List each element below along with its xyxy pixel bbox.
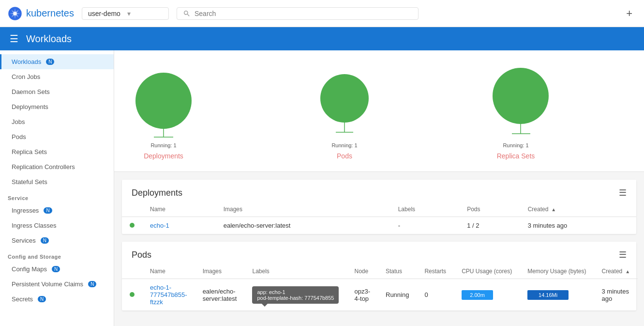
replica-sets-chart-title: Replica Sets — [497, 152, 535, 160]
pod-created: 3 minutes ago — [602, 288, 629, 302]
replica-sets-circle — [482, 62, 550, 140]
service-section-label: Service — [0, 189, 114, 203]
sidebar-item-workloads[interactable]: Workloads N — [0, 54, 114, 69]
sidebar-item-replica-sets[interactable]: Replica Sets — [0, 144, 114, 159]
pvc-label: Persistent Volume Claims — [12, 280, 83, 288]
pod-node: opz3-4-top — [354, 288, 370, 302]
th-status — [122, 202, 142, 217]
deployments-chart-title: Deployments — [144, 152, 183, 160]
charts-section: Running: 1 Deployments Running: 1 Pods — [114, 50, 644, 172]
th-pod-images: Images — [195, 264, 245, 279]
th-pod-labels: Labels — [244, 264, 346, 279]
th-pods: Pods — [459, 202, 520, 217]
deployments-filter-icon[interactable]: ☰ — [619, 187, 627, 198]
topbar: kubernetes user-demo ▾ + — [0, 0, 644, 27]
kubernetes-logo-icon — [8, 6, 22, 21]
pod-image-cell: ealen/echo-server:latest — [195, 279, 245, 311]
namespace-selector[interactable]: user-demo ▾ — [82, 7, 169, 20]
pods-section-header: Pods ☰ — [122, 242, 636, 264]
config-maps-label: Config Maps — [12, 265, 47, 273]
deployment-name-link[interactable]: echo-1 — [150, 222, 169, 229]
pod-memory-cell: 14.16Mi — [520, 279, 594, 311]
label-line2: pod-template-hash: 777547b855 — [257, 295, 334, 301]
pod-name-link[interactable]: echo-1-777547b855-ftzzk — [150, 284, 187, 306]
svg-point-8 — [493, 68, 549, 124]
label-line1: app: echo-1 — [257, 289, 334, 295]
replica-sets-running-label: Running: 1 — [503, 142, 528, 148]
pods-section: Pods ☰ Name Images Labels Node Status Re… — [122, 242, 636, 310]
pods-section-title: Pods — [132, 250, 151, 260]
sidebar-item-pods[interactable]: Pods — [0, 129, 114, 144]
deployments-label: Deployments — [12, 103, 48, 110]
services-badge: N — [41, 237, 49, 244]
jobs-label: Jobs — [12, 118, 25, 125]
deployments-running-label: Running: 1 — [150, 142, 176, 148]
page-title: Workloads — [26, 33, 72, 45]
sidebar-item-secrets[interactable]: Secrets N — [0, 292, 114, 307]
deployment-pods-cell: 1 / 2 — [459, 217, 520, 234]
svg-point-5 — [320, 74, 369, 123]
th-created[interactable]: Created▲ — [520, 202, 636, 217]
deployments-section: Deployments ☰ Name Images Labels Pods Cr… — [122, 180, 636, 234]
svg-point-2 — [135, 73, 192, 129]
th-labels: Labels — [390, 202, 459, 217]
daemon-sets-label: Daemon Sets — [12, 88, 50, 95]
mem-bar-container: 14.16Mi — [527, 290, 576, 300]
services-label: Services — [12, 237, 36, 244]
search-input[interactable] — [195, 10, 412, 17]
pod-status-cell — [122, 279, 142, 311]
sidebar-item-replication-controllers[interactable]: Replication Controllers — [0, 159, 114, 174]
pods-circle — [315, 64, 374, 140]
sidebar-item-jobs[interactable]: Jobs — [0, 114, 114, 129]
sidebar-item-config-maps[interactable]: Config Maps N — [0, 262, 114, 277]
pod-node-cell: opz3-4-top — [346, 279, 378, 311]
sidebar-item-pvc[interactable]: Persistent Volume Claims N — [0, 277, 114, 292]
deployments-section-header: Deployments ☰ — [122, 180, 636, 202]
pod-name-cell: echo-1-777547b855-ftzzk — [142, 279, 195, 311]
th-images: Images — [216, 202, 390, 217]
chevron-down-icon: ▾ — [127, 10, 163, 17]
pod-restarts: 0 — [424, 291, 428, 298]
th-pod-restarts: Restarts — [417, 264, 454, 279]
layout: Workloads N Cron Jobs Daemon Sets Deploy… — [0, 50, 644, 326]
page-header: ☰ Workloads — [0, 27, 644, 50]
search-bar — [177, 7, 419, 20]
sidebar-item-services[interactable]: Services N — [0, 233, 114, 248]
cron-jobs-label: Cron Jobs — [12, 73, 40, 80]
topbar-actions: + — [622, 5, 636, 22]
add-button[interactable]: + — [622, 5, 636, 22]
deployments-table: Name Images Labels Pods Created▲ — [122, 202, 636, 234]
logo[interactable]: kubernetes — [8, 6, 74, 21]
pods-running-label: Running: 1 — [331, 142, 357, 148]
pod-image: ealen/echo-server:latest — [203, 288, 237, 302]
pods-filter-icon[interactable]: ☰ — [619, 249, 627, 260]
hamburger-icon[interactable]: ☰ — [10, 33, 18, 45]
th-pod-name[interactable]: Name — [142, 264, 195, 279]
sidebar: Workloads N Cron Jobs Daemon Sets Deploy… — [0, 50, 114, 326]
ingresses-label: Ingresses — [12, 207, 39, 214]
deployment-created-cell: 3 minutes ago — [520, 217, 636, 234]
config-maps-badge: N — [52, 266, 60, 272]
sidebar-item-stateful-sets[interactable]: Stateful Sets — [0, 174, 114, 189]
deployment-labels-cell: - — [390, 217, 459, 234]
pvc-badge: N — [88, 281, 96, 287]
deployment-image-cell: ealen/echo-server:latest — [216, 217, 390, 234]
cpu-bar-container: 2.00m — [462, 290, 510, 300]
svg-point-1 — [13, 12, 17, 16]
pods-label: Pods — [12, 133, 26, 140]
deployment-pods: 1 / 2 — [467, 222, 479, 229]
deployments-chart: Running: 1 Deployments — [130, 62, 197, 160]
sidebar-item-ingresses[interactable]: Ingresses N — [0, 203, 114, 218]
sidebar-item-daemon-sets[interactable]: Daemon Sets — [0, 84, 114, 99]
sidebar-item-ingress-classes[interactable]: Ingress Classes — [0, 218, 114, 233]
th-pod-created[interactable]: Created▲ — [594, 264, 638, 279]
deployment-name-cell: echo-1 — [142, 217, 216, 234]
deployments-circle — [130, 62, 197, 140]
replication-controllers-label: Replication Controllers — [12, 163, 75, 171]
th-name[interactable]: Name — [142, 202, 216, 217]
pod-node-status: Running — [386, 291, 409, 298]
sidebar-item-cron-jobs[interactable]: Cron Jobs — [0, 69, 114, 84]
sidebar-item-deployments[interactable]: Deployments — [0, 99, 114, 114]
deployment-labels: - — [398, 222, 400, 229]
pod-cpu-cell: 2.00m — [454, 279, 520, 311]
